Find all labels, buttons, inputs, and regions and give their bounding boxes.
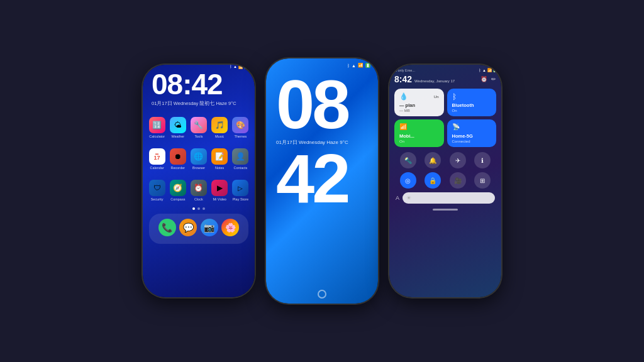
p3-brightness-bar[interactable]: ☀	[402, 192, 495, 204]
p3-brightness-sun-icon: ☀	[406, 195, 411, 201]
p3-bt-title: Bluetooth	[452, 102, 492, 108]
app-themes[interactable]: 🎨 Themes	[231, 117, 250, 138]
p2-hour: 08	[276, 73, 368, 135]
dock-messages[interactable]: 💬	[179, 219, 197, 236]
p3-lock-btn[interactable]: 🔒	[425, 172, 441, 189]
p1-dock: 📞 💬 📷 🌸	[149, 214, 248, 244]
p3-wifi-info: Home-5G Connected	[452, 133, 492, 143]
app-security[interactable]: 🛡 Security	[148, 180, 166, 201]
app-notes-label: Notes	[215, 166, 224, 170]
p3-time: 8:42	[394, 74, 412, 84]
p3-video-btn[interactable]: 🎥	[450, 172, 466, 189]
p3-tile-wifi[interactable]: 📡 Home-5G Connected	[447, 119, 497, 147]
p3-location-btn[interactable]: ◎	[400, 172, 416, 189]
p1-dot-1	[192, 207, 195, 210]
app-notes-icon: 📝	[211, 148, 228, 165]
p1-time: 08:42	[143, 69, 255, 99]
app-compass-label: Compass	[170, 197, 185, 201]
p1-dot-2	[197, 207, 200, 210]
p3-wifi-title: Home-5G	[452, 133, 492, 139]
p3-screen-btn[interactable]: ⊞	[474, 172, 491, 189]
phone-2: ᛒ ▲ 📶 ▮ 08 01月17日 Wednesday Haze 9°C 42	[266, 58, 378, 304]
app-notes[interactable]: 📝 Notes	[211, 148, 229, 170]
app-calendar[interactable]: ▬ 17 Calendar	[148, 148, 166, 170]
p3-bell-btn[interactable]: 🔔	[425, 152, 441, 168]
app-clock-icon: ⏰	[191, 180, 207, 196]
p3-tile-bluetooth[interactable]: ᛒ Bluetooth On	[447, 89, 497, 116]
app-contacts[interactable]: 👤 Contacts	[231, 148, 250, 170]
app-themes-icon: 🎨	[232, 117, 248, 133]
app-calculator-icon: 🔢	[149, 117, 165, 133]
p3-mobile-sub: On	[399, 140, 439, 143]
app-tools[interactable]: 🔧 Tools	[189, 117, 208, 138]
p3-bt-sub: On	[452, 109, 492, 112]
p3-wifi-sub: Connected	[452, 140, 492, 143]
app-recorder-icon: ⏺	[170, 148, 186, 165]
p3-header: 8:42 Wednesday, January 17 ⏰ ✏	[389, 72, 501, 86]
app-themes-label: Themes	[234, 134, 247, 138]
p3-header-icons: ⏰ ✏	[480, 76, 496, 82]
p3-flashlight-btn[interactable]: 🔦	[400, 152, 416, 168]
p3-quick-row1: 🔦 🔔 ✈ ℹ	[389, 150, 501, 171]
p3-status-right: ᛒ ▲ 📶 ▮	[479, 68, 496, 72]
app-mivideo[interactable]: ▶ Mi Video	[211, 180, 229, 201]
p3-quick-row2: ◎ 🔒 🎥 ⊞	[389, 171, 501, 190]
p3-brightness-label-a: A	[396, 195, 399, 201]
p3-bt-icon: ᛒ	[479, 69, 481, 72]
p1-apps-row3: 🛡 Security 🧭 Compass ⏰ Clock ▶ Mi Video …	[143, 173, 255, 204]
app-clock[interactable]: ⏰ Clock	[189, 180, 208, 201]
p2-time-container: 08	[266, 68, 378, 135]
p1-apps-row2: ▬ 17 Calendar ⏺ Recorder 🌐 Browser 📝 Not…	[143, 142, 255, 172]
app-security-label: Security	[151, 197, 164, 201]
app-browser[interactable]: 🌐 Browser	[189, 148, 208, 170]
app-browser-icon: 🌐	[191, 148, 207, 165]
p3-wifi-icon: 📶	[487, 68, 492, 72]
p3-tile-mobile-header: 📶	[399, 123, 439, 130]
p3-time-date: 8:42 Wednesday, January 17	[394, 74, 455, 84]
app-compass[interactable]: 🧭 Compass	[169, 180, 187, 201]
app-calculator[interactable]: 🔢 Calculator	[148, 117, 166, 138]
app-calendar-label: Calendar	[150, 166, 164, 170]
app-calculator-label: Calculator	[149, 134, 165, 138]
app-music[interactable]: 🎵 Music	[211, 117, 229, 138]
p1-date: 01月17日 Wednesday 龍初七 Haze 9°C	[143, 99, 255, 107]
p3-control-tiles: 💧 Un — plan — MB ᛒ Bluetooth On	[389, 86, 501, 150]
app-playstore-label: Play Store	[233, 197, 248, 201]
p1-dot-3	[203, 207, 205, 210]
p3-date: Wednesday, January 17	[414, 79, 455, 83]
p2-minute: 42	[266, 147, 378, 209]
p3-statusbar: is only Eme... ᛒ ▲ 📶 ▮	[389, 65, 501, 72]
app-weather[interactable]: 🌤 Weather	[169, 117, 187, 138]
app-weather-label: Weather	[171, 134, 184, 138]
phone-2-screen: ᛒ ▲ 📶 ▮ 08 01月17日 Wednesday Haze 9°C 42	[266, 58, 378, 304]
app-playstore[interactable]: ▷ Play Store	[231, 180, 250, 201]
app-clock-label: Clock	[194, 197, 203, 201]
p3-data-title: — plan	[399, 102, 439, 108]
dock-gallery[interactable]: 🌸	[221, 219, 239, 236]
p3-edit-icon: ✏	[491, 76, 496, 82]
app-tools-label: Tools	[195, 134, 203, 138]
p3-bt-info: Bluetooth On	[452, 102, 492, 112]
p3-tile-data[interactable]: 💧 Un — plan — MB	[394, 89, 444, 116]
p3-tile-wifi-header: 📡	[452, 123, 492, 130]
app-weather-icon: 🌤	[170, 117, 186, 133]
p3-alarm-icon: ⏰	[480, 76, 487, 82]
phone-3-bg: is only Eme... ᛒ ▲ 📶 ▮ 8:42 Wednesday, J…	[389, 65, 501, 297]
p2-wifi-icon: 📶	[358, 63, 364, 68]
phone-1-screen: ᛒ ▲ 📶 ▮ 08:42 01月17日 Wednesday 龍初七 Haze …	[143, 65, 255, 297]
app-mivideo-icon: ▶	[211, 180, 228, 196]
dock-phone[interactable]: 📞	[158, 219, 176, 236]
app-mivideo-label: Mi Video	[213, 197, 226, 201]
p2-home-button[interactable]	[318, 290, 326, 299]
dock-camera[interactable]: 📷	[201, 219, 218, 236]
p3-status-left: is only Eme...	[394, 69, 415, 72]
app-recorder[interactable]: ⏺ Recorder	[169, 148, 187, 170]
app-compass-icon: 🧭	[170, 180, 186, 196]
p3-airplane-btn[interactable]: ✈	[450, 152, 466, 168]
p3-wifi-icon: 📡	[452, 123, 460, 130]
p3-mobile-icon: 📶	[399, 123, 407, 130]
p3-tile-mobile[interactable]: 📶 Mobi... On	[394, 119, 444, 147]
app-recorder-label: Recorder	[170, 166, 185, 170]
p3-info-btn[interactable]: ℹ	[474, 152, 491, 168]
p2-battery-icon: ▮	[365, 63, 370, 68]
